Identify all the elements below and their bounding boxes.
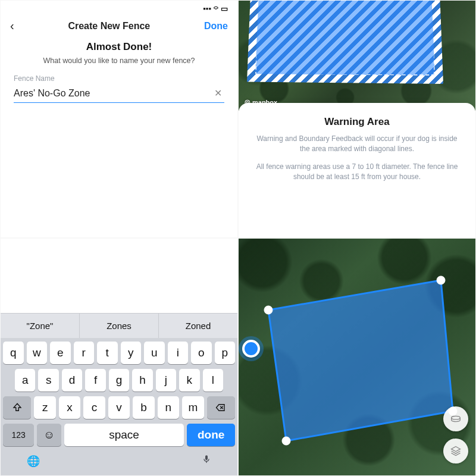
key-backspace[interactable] (207, 396, 235, 419)
map-canvas[interactable] (239, 239, 475, 475)
key-q[interactable]: q (3, 342, 24, 364)
fence-fill (255, 0, 435, 76)
keyboard: q w e r t y u i o p a s d f g h (1, 338, 237, 475)
fence-edit-map-screen (238, 238, 476, 476)
key-m[interactable]: m (182, 396, 203, 419)
key-g[interactable]: g (109, 369, 129, 392)
warning-p2: All fence warning areas use a 7 to 10 ft… (252, 162, 462, 183)
key-shift[interactable] (3, 396, 31, 419)
warning-area-screen: ◎ mapbox Warning Area Warning and Bounda… (238, 0, 476, 238)
key-space[interactable]: space (64, 424, 184, 446)
key-o[interactable]: o (191, 342, 212, 364)
almost-subtext: What would you like to name your new fen… (18, 57, 220, 65)
key-t[interactable]: t (97, 342, 118, 364)
map-layers-button-2[interactable] (443, 439, 468, 464)
key-i[interactable]: i (168, 342, 189, 364)
status-bar: ▪▪▪ ⌔ ▭ (1, 1, 237, 13)
editable-fence-polygon[interactable] (250, 256, 465, 453)
key-e[interactable]: e (50, 342, 71, 364)
key-h[interactable]: h (132, 369, 152, 392)
key-p[interactable]: p (215, 342, 236, 364)
key-j[interactable]: j (156, 369, 176, 392)
key-a[interactable]: a (15, 369, 35, 392)
suggestion-3[interactable]: Zoned (159, 314, 237, 338)
key-row-1: q w e r t y u i o p (3, 342, 235, 364)
user-location-dot[interactable] (242, 340, 260, 358)
key-done[interactable]: done (187, 424, 235, 446)
fence-shape[interactable] (268, 280, 453, 441)
fence-3d-icon (449, 412, 462, 425)
key-s[interactable]: s (38, 369, 58, 392)
status-icons: ▪▪▪ ⌔ ▭ (203, 4, 228, 13)
warning-card: Warning Area Warning and Boundary Feedba… (239, 103, 475, 237)
mic-icon (202, 453, 211, 465)
suggestion-2[interactable]: Zones (80, 314, 159, 338)
key-y[interactable]: y (121, 342, 142, 364)
clear-input-button[interactable]: ✕ (212, 87, 224, 99)
keyboard-screen: "Zone" Zones Zoned q w e r t y u i o p (0, 238, 238, 476)
nav-bar: ‹ Create New Fence Done (1, 13, 237, 36)
nav-title: Create New Fence (14, 21, 204, 32)
key-n[interactable]: n (158, 396, 179, 419)
key-globe[interactable]: 🌐 (27, 455, 40, 468)
key-u[interactable]: u (144, 342, 165, 364)
key-z[interactable]: z (34, 396, 55, 419)
map-preview[interactable]: ◎ mapbox (239, 1, 475, 111)
shift-icon (12, 402, 23, 413)
key-row-3: z x c v b n m (3, 396, 235, 419)
create-fence-screen: ▪▪▪ ⌔ ▭ ‹ Create New Fence Done Almost D… (0, 0, 238, 238)
layers-icon (450, 445, 462, 457)
key-x[interactable]: x (59, 396, 80, 419)
key-dictation[interactable] (202, 453, 211, 468)
keyboard-container: "Zone" Zones Zoned q w e r t y u i o p (1, 313, 237, 475)
key-row-4: 123 ☺ space done (3, 424, 235, 446)
key-b[interactable]: b (133, 396, 154, 419)
fence-handle-sw[interactable] (282, 437, 290, 445)
backspace-icon (215, 402, 226, 413)
suggestion-1[interactable]: "Zone" (1, 314, 80, 338)
key-v[interactable]: v (108, 396, 130, 419)
key-f[interactable]: f (85, 369, 105, 392)
keyboard-bottom-row: 🌐 (3, 451, 235, 472)
warning-title: Warning Area (252, 116, 462, 128)
wifi-icon: ⌔ (214, 4, 218, 13)
key-l[interactable]: l (203, 369, 223, 392)
warning-p1: Warning and Boundary Feedback will occur… (252, 134, 462, 155)
key-numbers[interactable]: 123 (3, 424, 34, 446)
key-emoji[interactable]: ☺ (37, 424, 61, 446)
fence-handle-ne[interactable] (437, 276, 445, 284)
done-button[interactable]: Done (204, 21, 228, 32)
fence-name-input[interactable] (14, 88, 212, 99)
key-r[interactable]: r (74, 342, 95, 364)
key-w[interactable]: w (27, 342, 48, 364)
key-k[interactable]: k (179, 369, 199, 392)
fence-name-label: Fence Name (14, 74, 224, 83)
back-button[interactable]: ‹ (10, 19, 14, 33)
almost-heading: Almost Done! (18, 41, 220, 53)
almost-done-block: Almost Done! What would you like to name… (1, 36, 237, 65)
keyboard-suggestions: "Zone" Zones Zoned (1, 313, 237, 338)
fence-handle-nw[interactable] (264, 306, 273, 314)
fence-name-field: Fence Name ✕ (1, 65, 237, 103)
battery-icon: ▭ (221, 4, 228, 13)
fence-warning-overlay (247, 0, 443, 84)
key-row-2: a s d f g h j k l (3, 369, 235, 392)
key-c[interactable]: c (83, 396, 105, 419)
svg-point-0 (452, 416, 461, 419)
key-d[interactable]: d (62, 369, 82, 392)
fence-3d-toggle-button[interactable] (443, 406, 468, 431)
signal-icon: ▪▪▪ (203, 4, 211, 13)
